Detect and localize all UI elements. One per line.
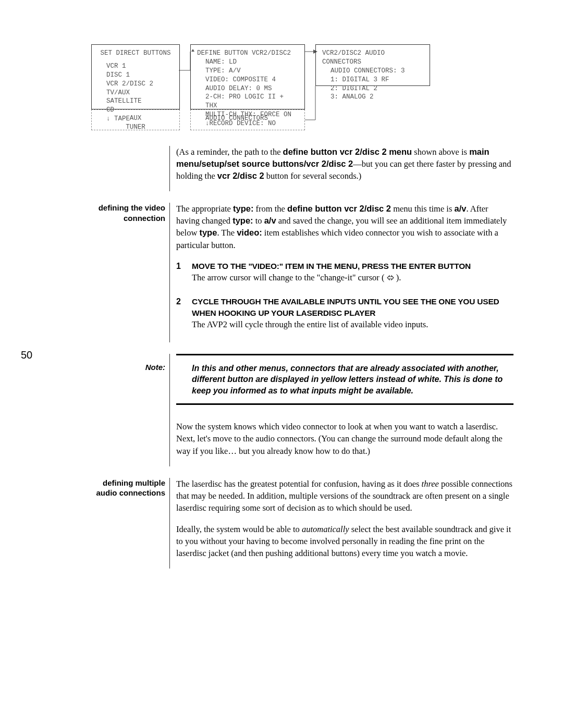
menu-audio-connectors-stub: AUDIO CONNECTORS: [190, 109, 305, 130]
menu-define-button: DEFINE BUTTON VCR2/DISC2 NAME: LD TYPE: …: [190, 44, 305, 109]
box1-item: SATELLITE: [98, 97, 173, 106]
box3-item: 3: ANALOG 2: [322, 93, 423, 102]
box2-title: DEFINE BUTTON VCR2/DISC2: [197, 50, 291, 57]
section-heading-video: defining the video connection: [91, 203, 169, 342]
step-1: 1 MOVE TO THE "VIDEO:" ITEM IN THE MENU,…: [176, 261, 513, 285]
menu-set-direct-buttons: SET DIRECT BUTTONS VCR 1 DISC 1 VCR 2/DI…: [91, 44, 180, 109]
reminder-paragraph: (As a reminder, the path to the define b…: [176, 146, 513, 182]
box5-item: AUDIO CONNECTORS: [197, 114, 298, 123]
content-area: (As a reminder, the path to the define b…: [91, 146, 513, 580]
section2-para1: The laserdisc has the greatest potential…: [176, 478, 513, 514]
box2-item: NAME: LD: [197, 58, 298, 67]
step-2-body: The AVP2 will cycle through the entire l…: [192, 318, 513, 330]
section-heading-audio: defining multiple audio connections: [91, 478, 169, 569]
box2-item: AUDIO DELAY: 0 MS: [197, 84, 298, 93]
box3-item: 1: DIGITAL 3 RF: [322, 76, 423, 84]
box1-item: DISC 1: [98, 71, 173, 80]
section2-para2: Ideally, the system would be able to aut…: [176, 523, 513, 559]
box4-item: AUX: [98, 114, 173, 123]
step-1-title: MOVE TO THE "VIDEO:" ITEM IN THE MENU, P…: [192, 261, 513, 272]
box1-item: TV/AUX: [98, 89, 173, 97]
box3-item: 2: DIGITAL 2: [322, 84, 423, 93]
menu-aux-tuner: AUX TUNER: [91, 109, 180, 130]
box2-item: 2-CH: PRO LOGIC II + THX: [197, 93, 298, 110]
section1-para: The appropriate type: from the define bu…: [176, 203, 513, 251]
para-after-note: Now the system knows which video connect…: [176, 421, 513, 456]
box1-title: SET DIRECT BUTTONS: [98, 49, 173, 58]
box3-title: VCR2/DISC2 AUDIO CONNECTORS: [322, 50, 385, 66]
step-2-number: 2: [176, 296, 192, 330]
note-label: Note:: [91, 354, 169, 466]
page-number: 50: [21, 349, 32, 361]
box3-item: AUDIO CONNECTORS: 3: [322, 67, 423, 76]
box1-item: VCR 1: [98, 62, 173, 71]
note-block: In this and other menus, connectors that…: [176, 354, 513, 405]
box2-item: TYPE: A/V: [197, 67, 298, 76]
step-1-number: 1: [176, 261, 192, 285]
step-2-title: CYCLE THROUGH THE AVAILABLE INPUTS UNTIL…: [192, 296, 513, 318]
step-2: 2 CYCLE THROUGH THE AVAILABLE INPUTS UNT…: [176, 296, 513, 330]
box4-item: TUNER: [98, 123, 173, 132]
menu-diagram: SET DIRECT BUTTONS VCR 1 DISC 1 VCR 2/DI…: [91, 44, 513, 130]
box2-item: VIDEO: COMPOSITE 4: [197, 76, 298, 84]
box1-item: VCR 2/DISC 2: [98, 80, 173, 89]
menu-audio-connectors: VCR2/DISC2 AUDIO CONNECTORS AUDIO CONNEC…: [315, 44, 430, 86]
step-1-body: The arrow cursor will change to the "cha…: [192, 272, 513, 285]
change-it-cursor-icon: [387, 273, 394, 285]
